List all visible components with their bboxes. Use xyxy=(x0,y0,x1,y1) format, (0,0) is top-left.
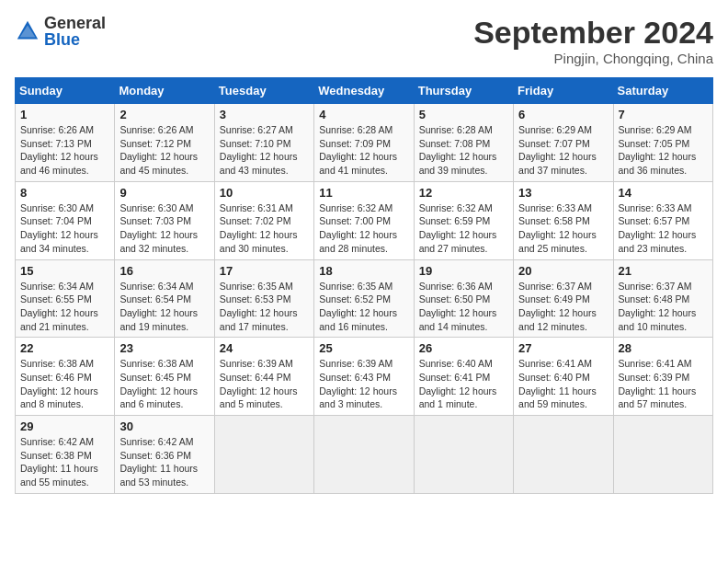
day-number: 1 xyxy=(20,108,109,121)
day-number: 24 xyxy=(220,341,309,355)
day-number: 5 xyxy=(419,108,508,121)
day-detail: Sunrise: 6:29 AMSunset: 7:07 PMDaylight:… xyxy=(518,124,597,176)
day-number: 30 xyxy=(119,419,209,433)
day-detail: Sunrise: 6:32 AMSunset: 6:59 PMDaylight:… xyxy=(419,202,497,254)
calendar-week-3: 22Sunrise: 6:38 AMSunset: 6:46 PMDayligh… xyxy=(16,338,713,416)
day-detail: Sunrise: 6:33 AMSunset: 6:57 PMDaylight:… xyxy=(619,202,697,254)
day-detail: Sunrise: 6:33 AMSunset: 6:58 PMDaylight:… xyxy=(518,202,597,254)
location: Pingjin, Chongqing, China xyxy=(473,51,713,66)
day-number: 12 xyxy=(419,186,508,200)
day-number: 8 xyxy=(20,186,109,200)
day-detail: Sunrise: 6:35 AMSunset: 6:52 PMDaylight:… xyxy=(319,281,397,332)
day-number: 2 xyxy=(119,108,209,121)
table-row: 18Sunrise: 6:35 AMSunset: 6:52 PMDayligh… xyxy=(314,259,414,338)
calendar-week-0: 1Sunrise: 6:26 AMSunset: 7:13 PMDaylight… xyxy=(16,104,713,182)
col-tuesday: Tuesday xyxy=(214,78,313,104)
day-detail: Sunrise: 6:38 AMSunset: 6:45 PMDaylight:… xyxy=(119,358,198,409)
day-number: 29 xyxy=(20,419,109,433)
col-wednesday: Wednesday xyxy=(314,78,414,104)
table-row: 3Sunrise: 6:27 AMSunset: 7:10 PMDaylight… xyxy=(214,104,313,182)
day-number: 20 xyxy=(518,264,608,278)
day-number: 10 xyxy=(220,186,309,200)
day-number: 4 xyxy=(319,108,408,121)
calendar-table: Sunday Monday Tuesday Wednesday Thursday… xyxy=(15,77,713,494)
table-row xyxy=(214,416,313,494)
logo: General Blue xyxy=(15,15,106,48)
table-row xyxy=(314,416,414,494)
day-number: 27 xyxy=(518,341,608,355)
day-detail: Sunrise: 6:42 AMSunset: 6:36 PMDaylight:… xyxy=(119,436,198,488)
table-row: 4Sunrise: 6:28 AMSunset: 7:09 PMDaylight… xyxy=(314,104,414,182)
table-row: 22Sunrise: 6:38 AMSunset: 6:46 PMDayligh… xyxy=(16,338,115,416)
table-row: 24Sunrise: 6:39 AMSunset: 6:44 PMDayligh… xyxy=(214,338,313,416)
table-row: 21Sunrise: 6:37 AMSunset: 6:48 PMDayligh… xyxy=(613,259,712,338)
page-header: General Blue September 2024 Pingjin, Cho… xyxy=(15,15,713,66)
day-detail: Sunrise: 6:37 AMSunset: 6:49 PMDaylight:… xyxy=(518,281,597,332)
table-row: 27Sunrise: 6:41 AMSunset: 6:40 PMDayligh… xyxy=(514,338,613,416)
table-row: 17Sunrise: 6:35 AMSunset: 6:53 PMDayligh… xyxy=(214,259,313,338)
day-number: 19 xyxy=(419,264,508,278)
day-detail: Sunrise: 6:26 AMSunset: 7:12 PMDaylight:… xyxy=(119,124,198,176)
day-detail: Sunrise: 6:38 AMSunset: 6:46 PMDaylight:… xyxy=(20,358,98,409)
day-detail: Sunrise: 6:36 AMSunset: 6:50 PMDaylight:… xyxy=(419,281,497,332)
day-detail: Sunrise: 6:40 AMSunset: 6:41 PMDaylight:… xyxy=(419,358,497,409)
col-saturday: Saturday xyxy=(613,78,712,104)
col-thursday: Thursday xyxy=(414,78,513,104)
day-number: 15 xyxy=(20,264,109,278)
day-number: 21 xyxy=(619,264,708,278)
day-detail: Sunrise: 6:34 AMSunset: 6:55 PMDaylight:… xyxy=(20,281,98,332)
day-detail: Sunrise: 6:41 AMSunset: 6:39 PMDaylight:… xyxy=(619,358,697,409)
logo-general: General xyxy=(44,14,106,32)
day-detail: Sunrise: 6:34 AMSunset: 6:54 PMDaylight:… xyxy=(119,281,198,332)
table-row: 13Sunrise: 6:33 AMSunset: 6:58 PMDayligh… xyxy=(514,181,613,259)
day-number: 17 xyxy=(220,264,309,278)
day-detail: Sunrise: 6:42 AMSunset: 6:38 PMDaylight:… xyxy=(20,436,98,488)
day-detail: Sunrise: 6:35 AMSunset: 6:53 PMDaylight:… xyxy=(220,281,298,332)
day-detail: Sunrise: 6:28 AMSunset: 7:09 PMDaylight:… xyxy=(319,124,397,176)
day-number: 18 xyxy=(319,264,408,278)
table-row xyxy=(613,416,712,494)
table-row: 12Sunrise: 6:32 AMSunset: 6:59 PMDayligh… xyxy=(414,181,513,259)
col-friday: Friday xyxy=(514,78,613,104)
calendar-header-row: Sunday Monday Tuesday Wednesday Thursday… xyxy=(16,78,713,104)
day-number: 16 xyxy=(119,264,209,278)
logo-icon xyxy=(15,18,40,44)
table-row: 23Sunrise: 6:38 AMSunset: 6:45 PMDayligh… xyxy=(115,338,214,416)
calendar-week-1: 8Sunrise: 6:30 AMSunset: 7:04 PMDaylight… xyxy=(16,181,713,259)
day-detail: Sunrise: 6:39 AMSunset: 6:44 PMDaylight:… xyxy=(220,358,298,409)
table-row: 9Sunrise: 6:30 AMSunset: 7:03 PMDaylight… xyxy=(115,181,214,259)
col-sunday: Sunday xyxy=(16,78,115,104)
table-row: 29Sunrise: 6:42 AMSunset: 6:38 PMDayligh… xyxy=(16,416,115,494)
table-row: 16Sunrise: 6:34 AMSunset: 6:54 PMDayligh… xyxy=(115,259,214,338)
table-row: 2Sunrise: 6:26 AMSunset: 7:12 PMDaylight… xyxy=(115,104,214,182)
day-detail: Sunrise: 6:39 AMSunset: 6:43 PMDaylight:… xyxy=(319,358,397,409)
table-row: 7Sunrise: 6:29 AMSunset: 7:05 PMDaylight… xyxy=(613,104,712,182)
day-number: 14 xyxy=(619,186,708,200)
calendar-week-4: 29Sunrise: 6:42 AMSunset: 6:38 PMDayligh… xyxy=(16,416,713,494)
table-row: 28Sunrise: 6:41 AMSunset: 6:39 PMDayligh… xyxy=(613,338,712,416)
table-row: 26Sunrise: 6:40 AMSunset: 6:41 PMDayligh… xyxy=(414,338,513,416)
day-number: 25 xyxy=(319,341,408,355)
day-detail: Sunrise: 6:31 AMSunset: 7:02 PMDaylight:… xyxy=(220,202,298,254)
day-detail: Sunrise: 6:41 AMSunset: 6:40 PMDaylight:… xyxy=(518,358,597,409)
day-detail: Sunrise: 6:32 AMSunset: 7:00 PMDaylight:… xyxy=(319,202,397,254)
calendar-week-2: 15Sunrise: 6:34 AMSunset: 6:55 PMDayligh… xyxy=(16,259,713,338)
table-row: 1Sunrise: 6:26 AMSunset: 7:13 PMDaylight… xyxy=(16,104,115,182)
day-number: 26 xyxy=(419,341,508,355)
table-row xyxy=(414,416,513,494)
table-row xyxy=(514,416,613,494)
title-block: September 2024 Pingjin, Chongqing, China xyxy=(473,15,713,66)
table-row: 19Sunrise: 6:36 AMSunset: 6:50 PMDayligh… xyxy=(414,259,513,338)
day-number: 28 xyxy=(619,341,708,355)
day-detail: Sunrise: 6:26 AMSunset: 7:13 PMDaylight:… xyxy=(20,124,98,176)
day-detail: Sunrise: 6:37 AMSunset: 6:48 PMDaylight:… xyxy=(619,281,697,332)
table-row: 15Sunrise: 6:34 AMSunset: 6:55 PMDayligh… xyxy=(16,259,115,338)
table-row: 14Sunrise: 6:33 AMSunset: 6:57 PMDayligh… xyxy=(613,181,712,259)
table-row: 20Sunrise: 6:37 AMSunset: 6:49 PMDayligh… xyxy=(514,259,613,338)
month-title: September 2024 xyxy=(473,15,713,51)
table-row: 6Sunrise: 6:29 AMSunset: 7:07 PMDaylight… xyxy=(514,104,613,182)
day-number: 22 xyxy=(20,341,109,355)
day-number: 7 xyxy=(619,108,708,121)
day-detail: Sunrise: 6:29 AMSunset: 7:05 PMDaylight:… xyxy=(619,124,697,176)
table-row: 8Sunrise: 6:30 AMSunset: 7:04 PMDaylight… xyxy=(16,181,115,259)
